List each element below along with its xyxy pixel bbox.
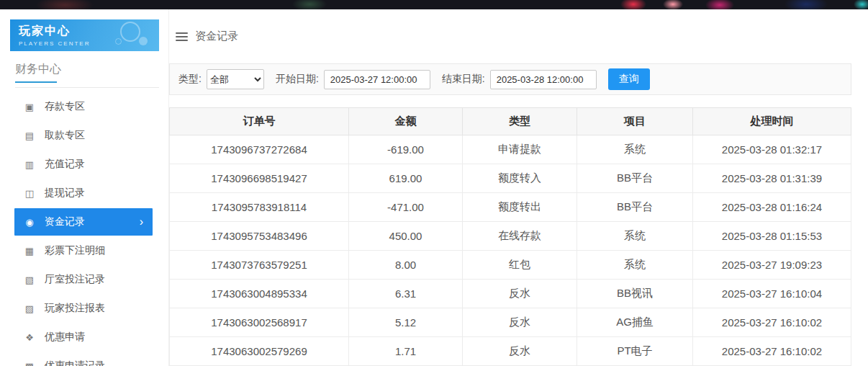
sidebar: 玩家中心 PLAYERS CENTER 财务中心 ▣ 存款专区 › ▤ 取款专区… xyxy=(0,9,169,366)
finance-section-title: 财务中心 xyxy=(15,62,159,83)
sidebar-item-lottery-bets[interactable]: ▦ 彩票下注明细 › xyxy=(0,236,168,265)
promo-records-icon: ▩ xyxy=(24,361,35,366)
cell-order-no: 1743063002579269 xyxy=(170,337,349,366)
main-content: 资金记录 类型: 全部 开始日期: 结束日期: 查询 订单号 xyxy=(169,9,868,366)
sidebar-header: 玩家中心 PLAYERS CENTER xyxy=(10,19,159,51)
end-date-input[interactable] xyxy=(490,70,597,89)
col-header-project: 项目 xyxy=(577,108,693,135)
cell-amount: 450.00 xyxy=(349,222,463,251)
start-date-label: 开始日期: xyxy=(276,73,319,86)
cell-order-no: 1743096698519427 xyxy=(170,164,349,193)
breadcrumb: 资金记录 xyxy=(169,9,851,63)
cell-order-no: 1743073763579251 xyxy=(170,251,349,280)
sidebar-item-withdrawal-records[interactable]: ◫ 提现记录 › xyxy=(0,179,168,207)
cell-time: 2025-03-28 01:31:39 xyxy=(693,164,851,193)
cell-order-no: 1743063004895334 xyxy=(170,280,349,308)
cell-amount: -619.00 xyxy=(349,135,463,164)
table-row: 1743073763579251 8.00 红包 系统 2025-03-27 1… xyxy=(170,251,851,280)
cell-type: 红包 xyxy=(463,251,577,280)
sidebar-item-label: 优惠申请 xyxy=(45,331,85,344)
cell-time: 2025-03-27 16:10:04 xyxy=(693,280,851,308)
decoration-circle xyxy=(139,37,148,45)
sidebar-item-betting-report[interactable]: ▨ 玩家投注报表 › xyxy=(0,294,168,323)
section-underline xyxy=(15,81,57,83)
cell-time: 2025-03-28 01:15:53 xyxy=(693,222,851,251)
cell-time: 2025-03-27 16:10:02 xyxy=(693,337,851,366)
cell-amount: 8.00 xyxy=(349,251,463,280)
withdrawal-records-icon: ◫ xyxy=(24,188,35,199)
table-row: 1743095783918114 -471.00 额度转出 BB平台 2025-… xyxy=(170,193,851,222)
finance-section-label: 财务中心 xyxy=(15,63,61,75)
col-header-type: 类型 xyxy=(463,108,577,135)
page: 玩家中心 PLAYERS CENTER 财务中心 ▣ 存款专区 › ▤ 取款专区… xyxy=(0,9,868,366)
table-row: 1743063002579269 1.71 反水 PT电子 2025-03-27… xyxy=(170,337,851,366)
sidebar-item-deposit-zone[interactable]: ▣ 存款专区 › xyxy=(0,92,168,121)
start-date-input[interactable] xyxy=(324,70,430,89)
cell-time: 2025-03-28 01:32:17 xyxy=(693,135,851,164)
sidebar-menu: ▣ 存款专区 › ▤ 取款专区 › ▥ 充值记录 › ◫ 提现记录 › ◉ 资金… xyxy=(0,92,168,366)
cell-type: 反水 xyxy=(463,308,577,337)
filter-bar: 类型: 全部 开始日期: 结束日期: 查询 xyxy=(169,63,851,95)
chevron-right-icon: › xyxy=(140,216,143,228)
table-row: 1743096737272684 -619.00 申请提款 系统 2025-03… xyxy=(170,135,851,164)
funds-records-icon: ◉ xyxy=(24,217,35,228)
end-date-label: 结束日期: xyxy=(442,73,485,86)
sidebar-item-label: 玩家投注报表 xyxy=(45,302,105,315)
cell-order-no: 1743095753483496 xyxy=(170,222,349,251)
cell-project: AG捕鱼 xyxy=(577,308,693,337)
cell-time: 2025-03-28 01:16:24 xyxy=(693,193,851,222)
sidebar-item-label: 取款专区 xyxy=(45,129,85,142)
table-row: 1743096698519427 619.00 额度转入 BB平台 2025-0… xyxy=(170,164,851,193)
sidebar-item-promo-apply[interactable]: ❖ 优惠申请 › xyxy=(0,323,168,352)
table-row: 1743063002568917 5.12 反水 AG捕鱼 2025-03-27… xyxy=(170,308,851,337)
cell-time: 2025-03-27 19:09:23 xyxy=(693,251,851,280)
sidebar-subtitle: PLAYERS CENTER xyxy=(19,40,159,47)
cell-project: PT电子 xyxy=(577,337,693,366)
sidebar-item-label: 彩票下注明细 xyxy=(45,244,105,257)
type-select[interactable]: 全部 xyxy=(207,69,264,89)
cell-amount: 5.12 xyxy=(349,308,463,337)
recharge-records-icon: ▥ xyxy=(24,159,35,170)
table-header-row: 订单号 金额 类型 项目 处理时间 xyxy=(170,108,851,135)
cell-project: 系统 xyxy=(577,222,693,251)
table-body: 1743096737272684 -619.00 申请提款 系统 2025-03… xyxy=(170,135,851,366)
cell-order-no: 1743063002568917 xyxy=(170,308,349,337)
withdraw-zone-icon: ▤ xyxy=(24,130,35,141)
col-header-time: 处理时间 xyxy=(693,108,851,135)
decoration-circle xyxy=(115,38,122,45)
hall-bets-icon: ▧ xyxy=(24,274,35,285)
sidebar-item-hall-bets[interactable]: ▧ 厅室投注记录 › xyxy=(0,265,168,294)
sidebar-item-recharge-records[interactable]: ▥ 充值记录 › xyxy=(0,150,168,179)
sidebar-item-funds-records[interactable]: ◉ 资金记录 › xyxy=(14,208,153,236)
cell-amount: -471.00 xyxy=(349,193,463,222)
controller-decoration-icon xyxy=(120,22,140,42)
cell-amount: 1.71 xyxy=(349,337,463,366)
cell-time: 2025-03-27 16:10:02 xyxy=(693,308,851,337)
funds-table: 订单号 金额 类型 项目 处理时间 1743096737272684 -619.… xyxy=(169,107,851,366)
sidebar-item-label: 提现记录 xyxy=(45,187,85,200)
sidebar-item-withdraw-zone[interactable]: ▤ 取款专区 › xyxy=(0,121,168,150)
cell-type: 额度转入 xyxy=(463,164,577,193)
betting-report-icon: ▨ xyxy=(24,303,35,314)
cell-order-no: 1743095783918114 xyxy=(170,193,349,222)
cell-project: BB平台 xyxy=(577,193,693,222)
cell-type: 申请提款 xyxy=(463,135,577,164)
sidebar-item-label: 充值记录 xyxy=(45,158,85,171)
page-title: 资金记录 xyxy=(195,30,238,43)
section-divider xyxy=(15,87,159,88)
type-label: 类型: xyxy=(178,73,202,86)
sidebar-item-label: 资金记录 xyxy=(45,215,85,228)
sidebar-item-label: 存款专区 xyxy=(45,100,85,113)
funds-table-wrap: 订单号 金额 类型 项目 处理时间 1743096737272684 -619.… xyxy=(169,107,851,366)
table-row: 1743063004895334 6.31 反水 BB视讯 2025-03-27… xyxy=(170,280,851,308)
promo-apply-icon: ❖ xyxy=(24,332,35,343)
cell-project: 系统 xyxy=(577,251,693,280)
table-row: 1743095753483496 450.00 在线存款 系统 2025-03-… xyxy=(170,222,851,251)
lottery-bets-icon: ▦ xyxy=(24,246,35,256)
sidebar-item-promo-records[interactable]: ▩ 优惠申请记录 › xyxy=(0,352,168,366)
menu-toggle-icon[interactable] xyxy=(176,32,188,41)
top-banner-strip xyxy=(0,0,868,9)
sidebar-item-label: 厅室投注记录 xyxy=(45,273,105,286)
query-button[interactable]: 查询 xyxy=(608,68,650,90)
deposit-zone-icon: ▣ xyxy=(24,102,35,112)
